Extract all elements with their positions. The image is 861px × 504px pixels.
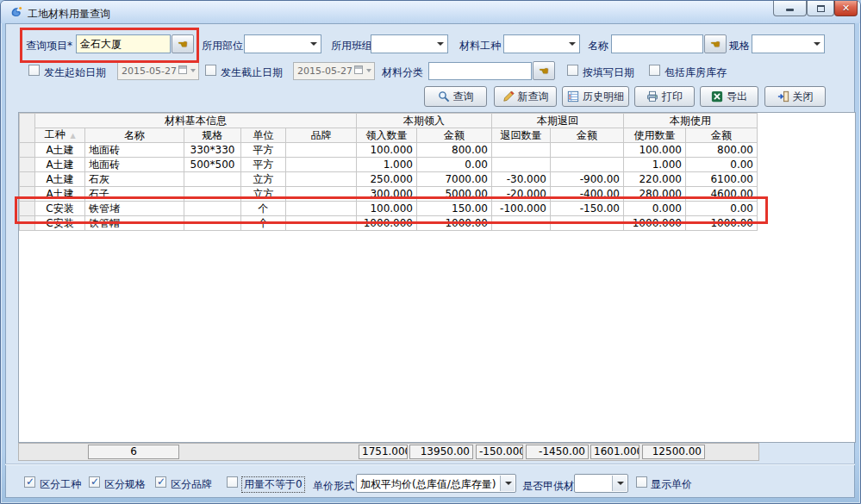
table-row[interactable]: C安装铁管帽个1000.0001000.001000.0001000.00 <box>20 216 758 231</box>
table-cell[interactable] <box>286 216 357 231</box>
table-cell[interactable]: 0.000 <box>624 202 686 216</box>
table-cell[interactable]: 220.000 <box>624 172 686 187</box>
distinguish-brand-checkbox[interactable] <box>155 476 166 488</box>
table-cell[interactable]: 立方 <box>241 187 286 202</box>
column-header[interactable]: 规格 <box>184 128 241 143</box>
column-header[interactable]: 领入数量 <box>357 128 417 143</box>
include-stock-checkbox[interactable] <box>649 65 660 76</box>
table-row[interactable]: A土建地面砖330*330平方100.000800.00100.000800.0… <box>20 143 758 158</box>
table-cell[interactable]: -100.000 <box>492 202 551 216</box>
table-cell[interactable]: 铁管帽 <box>85 216 184 231</box>
column-header[interactable]: 使用数量 <box>624 128 686 143</box>
table-cell[interactable]: -400.00 <box>551 187 624 202</box>
column-header[interactable]: 金额 <box>551 128 624 143</box>
table-cell[interactable]: 4600.00 <box>686 187 758 202</box>
table-cell[interactable]: 100.000 <box>357 202 417 216</box>
table-row[interactable]: A土建石灰立方250.0007000.00-30.000-900.00220.0… <box>20 172 758 187</box>
table-cell[interactable]: A土建 <box>35 172 85 187</box>
table-cell[interactable]: 250.000 <box>357 172 417 187</box>
column-header[interactable]: 名称 <box>85 128 184 143</box>
usage-nonzero-checkbox[interactable] <box>227 476 238 488</box>
table-cell[interactable] <box>551 216 624 231</box>
table-cell[interactable]: -900.00 <box>551 172 624 187</box>
table-cell[interactable]: 石灰 <box>85 172 184 187</box>
table-cell[interactable] <box>286 202 357 216</box>
table-cell[interactable]: 300.000 <box>357 187 417 202</box>
table-cell[interactable]: 立方 <box>241 172 286 187</box>
owner-supplied-combo[interactable] <box>574 474 628 493</box>
category-input[interactable] <box>428 62 532 80</box>
table-cell[interactable] <box>492 216 551 231</box>
close-button[interactable]: ✕ <box>834 1 858 16</box>
column-header[interactable]: 金额 <box>686 128 758 143</box>
table-row[interactable]: C安装铁管堵个100.000150.00-100.000-150.000.000… <box>20 202 758 216</box>
table-cell[interactable] <box>286 172 357 187</box>
new-query-button[interactable]: 新查询 <box>494 86 557 107</box>
table-cell[interactable]: 石子 <box>85 187 184 202</box>
table-cell[interactable]: -20.000 <box>492 187 551 202</box>
table-cell[interactable] <box>286 143 357 158</box>
table-cell[interactable]: 0.00 <box>686 158 758 172</box>
table-cell[interactable]: 500*500 <box>184 158 241 172</box>
table-cell[interactable] <box>492 158 551 172</box>
table-cell[interactable] <box>551 158 624 172</box>
table-cell[interactable]: 平方 <box>241 143 286 158</box>
column-header[interactable]: 品牌 <box>286 128 357 143</box>
distinguish-trade-checkbox[interactable] <box>24 476 35 488</box>
table-cell[interactable]: 铁管堵 <box>85 202 184 216</box>
table-cell[interactable] <box>184 172 241 187</box>
column-header[interactable]: 金额 <box>417 128 492 143</box>
column-header[interactable]: 工种▲ <box>35 128 85 143</box>
table-cell[interactable]: 地面砖 <box>85 143 184 158</box>
distinguish-spec-checkbox[interactable] <box>89 476 100 488</box>
table-cell[interactable]: 330*330 <box>184 143 241 158</box>
name-input[interactable] <box>611 34 703 53</box>
price-mode-combo[interactable]: 加权平均价(总库值/总库存量) <box>356 474 516 493</box>
name-picker-button[interactable]: ☚ <box>704 34 727 53</box>
by-fill-date-checkbox[interactable] <box>567 65 578 76</box>
table-cell[interactable] <box>286 158 357 172</box>
table-cell[interactable]: 个 <box>241 202 286 216</box>
table-cell[interactable] <box>286 187 357 202</box>
project-input[interactable]: 金石大厦 <box>76 34 171 53</box>
table-cell[interactable]: C安装 <box>35 202 85 216</box>
column-header[interactable]: 单位 <box>241 128 286 143</box>
table-cell[interactable]: 100.000 <box>357 143 417 158</box>
start-date-checkbox[interactable] <box>28 65 40 76</box>
table-cell[interactable]: A土建 <box>35 158 85 172</box>
table-cell[interactable]: A土建 <box>35 187 85 202</box>
close-form-button[interactable]: 关闭 <box>764 86 826 107</box>
table-cell[interactable]: 800.00 <box>686 143 758 158</box>
query-button[interactable]: 查询 <box>424 86 487 107</box>
show-unit-price-checkbox[interactable] <box>636 476 647 488</box>
table-cell[interactable]: 150.00 <box>417 202 492 216</box>
table-cell[interactable] <box>492 143 551 158</box>
table-cell[interactable] <box>184 187 241 202</box>
table-cell[interactable]: 1000.00 <box>686 216 758 231</box>
table-cell[interactable]: 5000.00 <box>417 187 492 202</box>
column-header[interactable]: 退回数量 <box>492 128 551 143</box>
table-cell[interactable]: 地面砖 <box>85 158 184 172</box>
table-cell[interactable]: 1000.00 <box>417 216 492 231</box>
history-detail-button[interactable]: 历史明细 <box>562 86 629 107</box>
table-cell[interactable]: 280.000 <box>624 187 686 202</box>
table-cell[interactable]: 7000.00 <box>417 172 492 187</box>
table-cell[interactable]: 0.00 <box>686 202 758 216</box>
table-cell[interactable]: 800.00 <box>417 143 492 158</box>
table-cell[interactable]: C安装 <box>35 216 85 231</box>
table-cell[interactable]: 个 <box>241 216 286 231</box>
maximize-button[interactable] <box>807 1 834 16</box>
project-picker-button[interactable]: ☚ <box>172 34 194 53</box>
table-row[interactable]: A土建地面砖500*500平方1.0000.001.0000.00 <box>20 158 758 172</box>
export-button[interactable]: 导出 <box>700 86 758 107</box>
category-picker-button[interactable]: ☚ <box>533 61 555 80</box>
minimize-button[interactable] <box>773 1 807 16</box>
end-date-checkbox[interactable] <box>205 65 216 76</box>
table-cell[interactable]: A土建 <box>35 143 85 158</box>
table-cell[interactable]: 平方 <box>241 158 286 172</box>
title-bar[interactable]: 工地材料用量查询 <box>1 1 860 23</box>
table-cell[interactable]: -30.000 <box>492 172 551 187</box>
table-cell[interactable]: 6100.00 <box>686 172 758 187</box>
table-cell[interactable]: 0.00 <box>417 158 492 172</box>
table-cell[interactable]: 1000.000 <box>357 216 417 231</box>
